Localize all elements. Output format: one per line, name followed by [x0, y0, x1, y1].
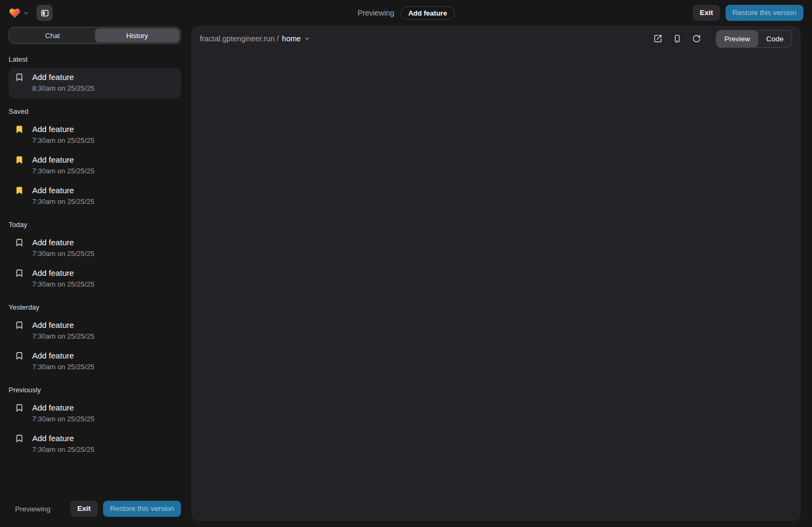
url-prefix: fractal.gptengineer.run /: [200, 34, 279, 43]
preview-panel: fractal.gptengineer.run / home: [191, 26, 801, 521]
smartphone-icon: [673, 34, 682, 43]
version-item[interactable]: Add feature 7:30am on 25/25/25: [9, 181, 181, 211]
preview-canvas: [191, 52, 801, 521]
version-time: 7:30am on 25/25/25: [32, 197, 175, 206]
section-items: Add feature 7:30am on 25/25/25 Add featu…: [9, 233, 181, 294]
lovable-logo-icon: [9, 8, 21, 19]
restore-version-button[interactable]: Restore this version: [103, 501, 181, 517]
section-items: Add feature 8:30am on 25/25/25: [9, 68, 181, 98]
version-time: 7:30am on 25/25/25: [32, 445, 175, 453]
bookmark-icon: [15, 352, 24, 360]
history-section-saved: Saved Add feature 7:30am on 25/25/25 Add…: [9, 107, 181, 211]
refresh-button[interactable]: [689, 31, 704, 46]
panel-left-icon: [40, 9, 49, 18]
history-section-today: Today Add feature 7:30am on 25/25/25 Add…: [9, 221, 181, 294]
bookmark-filled-icon: [15, 125, 24, 134]
version-item[interactable]: Add feature 7:30am on 25/25/25: [9, 233, 181, 264]
version-time: 7:30am on 25/25/25: [32, 250, 175, 258]
history-sidebar: ChatHistory Latest Add feature 8:30am on…: [9, 26, 181, 521]
version-item[interactable]: Add feature 7:30am on 25/25/25: [9, 429, 181, 459]
version-title: Add feature: [32, 268, 74, 277]
bookmark-icon: [15, 321, 24, 330]
open-in-new-tab-button[interactable]: [650, 31, 665, 46]
topbar-status: Previewing Add feature: [358, 0, 455, 26]
version-title: Add feature: [32, 125, 74, 134]
section-label: Yesterday: [9, 303, 181, 311]
history-section-latest: Latest Add feature 8:30am on 25/25/25: [9, 55, 181, 98]
bookmark-icon: [15, 269, 24, 277]
version-item[interactable]: Add feature 7:30am on 25/25/25: [9, 150, 181, 181]
version-item[interactable]: Add feature 7:30am on 25/25/25: [9, 120, 181, 150]
bookmark-icon: [15, 404, 24, 412]
history-section-yesterday: Yesterday Add feature 7:30am on 25/25/25…: [9, 303, 181, 377]
topbar-actions: Exit Restore this version: [693, 5, 803, 21]
brand-cluster: [9, 5, 53, 21]
refresh-icon: [692, 34, 701, 43]
tab-history[interactable]: History: [95, 28, 180, 42]
version-time: 7:30am on 25/25/25: [32, 415, 175, 423]
version-item[interactable]: Add feature 7:30am on 25/25/25: [9, 346, 181, 377]
section-label: Previously: [9, 386, 181, 394]
preview-toolbar-icons: PreviewCode: [650, 30, 792, 48]
sidebar-toggle-button[interactable]: [37, 5, 53, 21]
exit-button[interactable]: Exit: [693, 5, 720, 21]
version-title: Add feature: [32, 186, 74, 195]
exit-button[interactable]: Exit: [70, 501, 98, 517]
section-label: Latest: [9, 55, 181, 63]
toggle-code[interactable]: Code: [758, 31, 792, 47]
section-label: Today: [9, 221, 181, 229]
url-page: home: [282, 34, 301, 43]
external-link-icon: [654, 34, 662, 43]
version-item[interactable]: Add feature 7:30am on 25/25/25: [9, 264, 181, 294]
version-title: Add feature: [32, 238, 74, 247]
section-items: Add feature 7:30am on 25/25/25 Add featu…: [9, 120, 181, 211]
sidebar-footer: Previewing Exit Restore this version: [9, 496, 181, 521]
version-title: Add feature: [32, 320, 74, 330]
version-time: 7:30am on 25/25/25: [32, 167, 175, 175]
bookmark-icon: [15, 434, 24, 443]
topbar: Previewing Add feature Exit Restore this…: [0, 0, 812, 26]
version-time: 7:30am on 25/25/25: [32, 332, 175, 340]
version-badge: Add feature: [401, 6, 454, 20]
version-time: 7:30am on 25/25/25: [32, 363, 175, 371]
preview-toolbar: fractal.gptengineer.run / home: [191, 26, 801, 52]
section-items: Add feature 7:30am on 25/25/25 Add featu…: [9, 398, 181, 459]
project-menu-button[interactable]: [9, 8, 29, 19]
version-item[interactable]: Add feature 7:30am on 25/25/25: [9, 398, 181, 429]
section-label: Saved: [9, 107, 181, 115]
sidebar-tabs: ChatHistory: [9, 27, 181, 44]
version-time: 8:30am on 25/25/25: [32, 84, 175, 92]
chevron-down-icon: [23, 10, 29, 16]
mobile-view-button[interactable]: [670, 31, 685, 46]
chevron-down-icon: [304, 35, 310, 42]
view-toggle: PreviewCode: [716, 30, 792, 48]
bookmark-icon: [15, 73, 24, 82]
version-item[interactable]: Add feature 8:30am on 25/25/25: [9, 68, 181, 98]
restore-version-button[interactable]: Restore this version: [726, 5, 803, 21]
version-title: Add feature: [32, 434, 74, 443]
previewing-label: Previewing: [15, 505, 50, 513]
version-time: 7:30am on 25/25/25: [32, 280, 175, 288]
version-time: 7:30am on 25/25/25: [32, 136, 175, 144]
history-list: Latest Add feature 8:30am on 25/25/25 Sa…: [9, 44, 181, 496]
version-item[interactable]: Add feature 7:30am on 25/25/25: [9, 316, 181, 346]
bookmark-icon: [15, 238, 24, 247]
section-items: Add feature 7:30am on 25/25/25 Add featu…: [9, 316, 181, 377]
previewing-label: Previewing: [358, 9, 394, 17]
toggle-preview[interactable]: Preview: [716, 31, 758, 47]
version-title: Add feature: [32, 351, 74, 360]
tab-chat[interactable]: Chat: [10, 28, 95, 42]
version-title: Add feature: [32, 403, 74, 412]
main-layout: ChatHistory Latest Add feature 8:30am on…: [0, 26, 812, 527]
bookmark-filled-icon: [15, 186, 24, 195]
version-title: Add feature: [32, 155, 74, 164]
bookmark-filled-icon: [15, 156, 24, 164]
history-section-previously: Previously Add feature 7:30am on 25/25/2…: [9, 386, 181, 459]
url-selector[interactable]: fractal.gptengineer.run / home: [200, 34, 310, 43]
version-title: Add feature: [32, 72, 74, 82]
